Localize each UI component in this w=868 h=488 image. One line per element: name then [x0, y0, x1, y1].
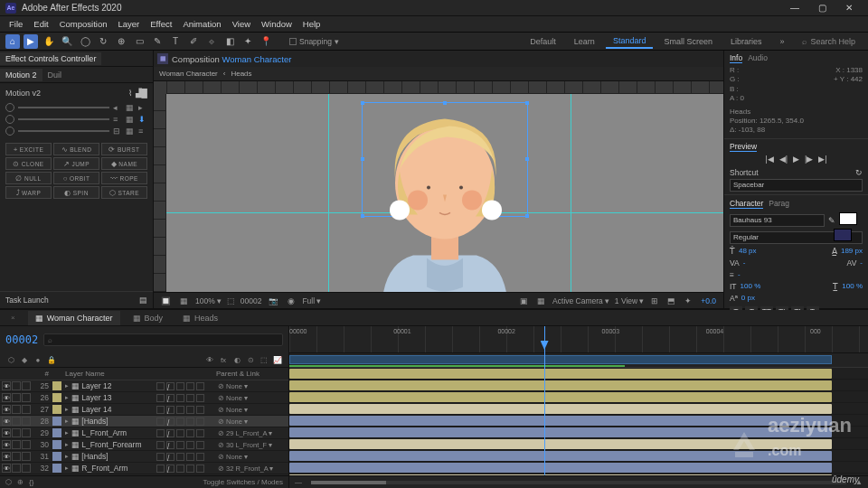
- frame-display[interactable]: 00002: [241, 296, 262, 305]
- motion-btn-blend[interactable]: ∿BLEND: [53, 143, 99, 155]
- menu-composition[interactable]: Composition: [54, 19, 113, 29]
- puppet-tool-icon[interactable]: 📍: [259, 34, 273, 49]
- layer-parent[interactable]: ⊘ None ▾: [216, 382, 288, 390]
- minimize-button[interactable]: —: [781, 0, 808, 16]
- snapshot-icon[interactable]: 📷: [267, 296, 280, 305]
- zoom-dropdown[interactable]: 100% ▾: [195, 296, 222, 305]
- layer-clip[interactable]: [289, 404, 832, 414]
- layer-parent[interactable]: ⊘ 30 L_Front_F ▾: [216, 441, 288, 449]
- lock-toggle[interactable]: [22, 405, 31, 414]
- layer-color[interactable]: [52, 417, 61, 426]
- tl-foot-2-icon[interactable]: ⊕: [17, 478, 24, 486]
- motion-btn-spin[interactable]: ◐SPIN: [53, 186, 99, 199]
- layer-color[interactable]: [52, 393, 61, 402]
- motion-btn-clone[interactable]: ⊙CLONE: [5, 157, 52, 170]
- layer-color[interactable]: [52, 440, 61, 449]
- clone-tool-icon[interactable]: ⟐: [204, 34, 219, 49]
- help-search[interactable]: ⌕ Search Help: [795, 37, 863, 46]
- visibility-toggle[interactable]: 👁: [2, 393, 11, 402]
- camera-dropdown[interactable]: Active Camera ▾: [552, 296, 609, 305]
- pen-tool-icon[interactable]: ✎: [150, 34, 165, 49]
- tl-icon-1[interactable]: ⬡: [5, 355, 16, 366]
- preview-prev-icon[interactable]: ◀|: [779, 155, 788, 164]
- layer-row[interactable]: 👁29▸▦ L_Front_Arm/⊘ 29 L_Front_A ▾: [0, 427, 288, 439]
- timeline-tab-x[interactable]: ×: [4, 311, 23, 324]
- timeline-tab-heads[interactable]: ▦ Heads: [175, 311, 225, 325]
- tracking-value[interactable]: -: [860, 258, 863, 267]
- layer-row[interactable]: 👁26▸▦ Layer 13/⊘ None ▾: [0, 392, 288, 404]
- track-row[interactable]: [289, 438, 868, 450]
- motion-btn-jump[interactable]: ↗JUMP: [53, 157, 99, 170]
- tl-icon-graph[interactable]: 📈: [272, 355, 283, 366]
- layer-row[interactable]: 👁27▸▦ Layer 14/⊘ None ▾: [0, 404, 288, 416]
- visibility-toggle[interactable]: 👁: [2, 440, 11, 449]
- preview-next-icon[interactable]: |▶: [805, 155, 813, 164]
- layer-parent[interactable]: ⊘ 32 R_Front_A ▾: [216, 465, 288, 473]
- tl-icon-fx[interactable]: fx: [218, 355, 229, 366]
- rotate-tool-icon[interactable]: ↻: [96, 34, 110, 49]
- layer-color[interactable]: [52, 381, 61, 390]
- audio-tab[interactable]: Audio: [748, 53, 768, 63]
- crumb-heads[interactable]: Heads: [231, 70, 251, 78]
- hand-tool-icon[interactable]: ✋: [42, 34, 56, 49]
- stroke-color-swatch[interactable]: [834, 229, 852, 241]
- motion-btn-excite[interactable]: +EXCITE: [5, 143, 52, 155]
- fontsize-value[interactable]: 48 px: [739, 247, 757, 255]
- motion-btn-stare[interactable]: ⬡STARE: [101, 186, 147, 199]
- timeline-zoom-slider[interactable]: [311, 481, 846, 484]
- orbit-tool-icon[interactable]: ◯: [78, 34, 92, 49]
- lock-toggle[interactable]: [22, 464, 31, 473]
- layer-row[interactable]: 👁32▸▦ R_Front_Arm/⊘ 32 R_Front_A ▾: [0, 463, 288, 474]
- workspace-libraries[interactable]: Libraries: [723, 35, 769, 48]
- lock-toggle[interactable]: [22, 440, 31, 449]
- tl-icon-4[interactable]: 🔒: [46, 355, 57, 366]
- menu-help[interactable]: Help: [297, 19, 326, 29]
- tl-icon-3d[interactable]: ⬚: [259, 355, 269, 366]
- motion-btn-null[interactable]: ∅NULL: [5, 172, 52, 184]
- track-row[interactable]: [289, 391, 868, 403]
- solo-toggle[interactable]: [12, 393, 21, 402]
- channel-icon[interactable]: ◉: [286, 296, 297, 305]
- motion-wave-icon[interactable]: ▟█: [136, 89, 147, 98]
- resolution-dropdown[interactable]: Full ▾: [302, 296, 321, 305]
- visibility-toggle[interactable]: 👁: [2, 405, 11, 414]
- visibility-toggle[interactable]: 👁: [2, 381, 11, 390]
- home-icon[interactable]: ⌂: [5, 34, 20, 49]
- menu-view[interactable]: View: [227, 19, 256, 29]
- baseline-value[interactable]: 0 px: [741, 294, 755, 302]
- layer-clip[interactable]: [289, 380, 832, 390]
- roi-icon[interactable]: ▣: [518, 296, 530, 305]
- motion-slider-2[interactable]: [18, 118, 109, 120]
- font-family-input[interactable]: Bauhaus 93: [730, 214, 825, 227]
- lock-toggle[interactable]: [22, 381, 31, 390]
- lock-toggle[interactable]: [22, 452, 31, 461]
- layer-clip[interactable]: [289, 369, 832, 379]
- layer-name[interactable]: ▸▦ R_Front_Arm: [61, 464, 153, 473]
- timeline-tab-woman[interactable]: ▦ Woman Character: [28, 311, 120, 325]
- transparency-icon[interactable]: ▦: [535, 296, 547, 305]
- duil-tab[interactable]: Duil: [42, 69, 68, 81]
- layer-parent[interactable]: ⊘ None ▾: [216, 394, 288, 402]
- menu-window[interactable]: Window: [256, 19, 297, 29]
- layer-color[interactable]: [52, 405, 61, 414]
- layer-row[interactable]: 👁25▸▦ Layer 12/⊘ None ▾: [0, 380, 288, 392]
- layer-clip[interactable]: [289, 392, 832, 402]
- type-tool-icon[interactable]: T: [168, 34, 183, 49]
- visibility-toggle[interactable]: 👁: [2, 417, 11, 426]
- preview-last-icon[interactable]: ▶|: [818, 155, 826, 164]
- brush-tool-icon[interactable]: ✐: [186, 34, 201, 49]
- layer-name[interactable]: ▸▦ L_Front_Forearm: [61, 440, 153, 449]
- snapping-chevron-icon[interactable]: ▾: [335, 37, 339, 46]
- layer-clip[interactable]: [289, 416, 832, 426]
- workspace-more-icon[interactable]: »: [772, 35, 791, 48]
- shortcut-value[interactable]: Spacebar: [730, 179, 863, 192]
- fill-color-swatch[interactable]: [839, 212, 857, 225]
- tl-foot-1-icon[interactable]: ⬡: [5, 478, 12, 486]
- tl-icon-mb[interactable]: ◐: [231, 355, 242, 366]
- res-picker[interactable]: ⬚: [227, 296, 235, 305]
- layer-row[interactable]: 👁31▸▦ [Hands]/⊘ None ▾: [0, 451, 288, 463]
- guide-vertical-right[interactable]: [571, 94, 571, 292]
- motion-curve-icon[interactable]: ⌇: [128, 89, 132, 98]
- track-row[interactable]: [289, 403, 868, 415]
- solo-toggle[interactable]: [12, 417, 21, 426]
